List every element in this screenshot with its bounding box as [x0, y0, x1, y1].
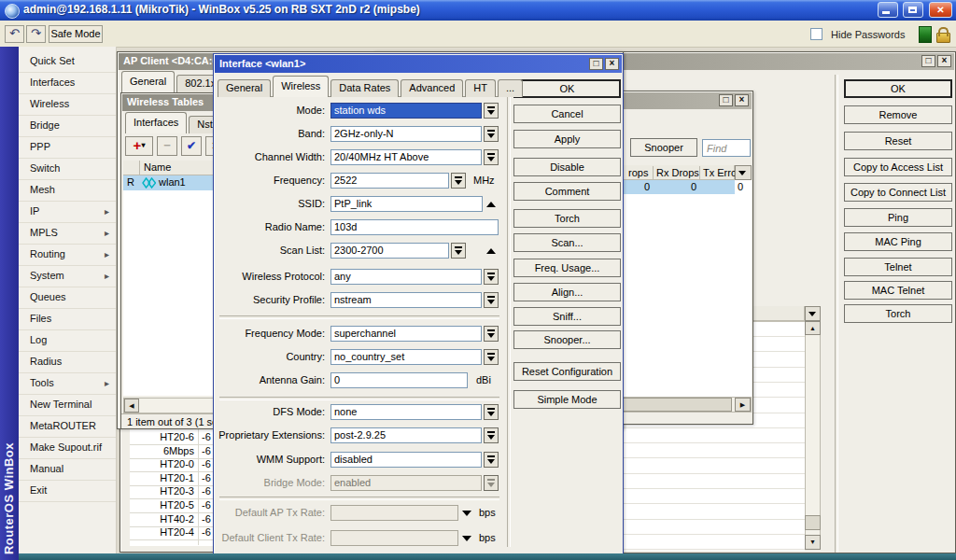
dropdown-button-icon[interactable] — [451, 243, 466, 259]
close-icon[interactable]: × — [735, 94, 749, 106]
dialog-tab-ht[interactable]: HT — [465, 79, 496, 97]
field-input-band[interactable]: 2GHz-only-N — [330, 126, 482, 142]
sidebar-item-files[interactable]: Files — [19, 309, 116, 330]
torch-button[interactable]: Torch — [513, 209, 621, 228]
dropdown-button-icon[interactable] — [484, 292, 499, 308]
field-input-security-profile[interactable]: nstream — [330, 292, 482, 308]
enable-button[interactable]: ✔ — [181, 136, 202, 156]
sniff-button[interactable]: Sniff... — [513, 307, 621, 326]
minimize-button[interactable] — [878, 2, 898, 18]
disable-button[interactable]: Disable — [513, 158, 621, 176]
snooper-column-tx-erro[interactable]: Tx Erro — [703, 167, 737, 178]
field-input-radio-name[interactable]: 103d — [330, 219, 499, 235]
flags-column-header[interactable] — [123, 161, 140, 175]
sidebar-item-new-terminal[interactable]: New Terminal — [19, 395, 116, 416]
field-input-wireless-protocol[interactable]: any — [330, 269, 482, 285]
sidebar-item-ppp[interactable]: PPP — [19, 137, 116, 159]
dropdown-button-icon[interactable] — [484, 126, 499, 142]
tab-interfaces[interactable]: Interfaces — [125, 112, 187, 133]
close-icon[interactable]: × — [937, 55, 951, 67]
field-input-scan-list[interactable]: 2300-2700 — [330, 243, 449, 259]
dropdown-button-icon[interactable] — [484, 349, 499, 365]
dropdown-button-icon[interactable] — [484, 149, 499, 165]
find-input[interactable] — [702, 139, 751, 157]
snooper-button[interactable]: Snooper — [630, 138, 697, 157]
sidebar-item-bridge[interactable]: Bridge — [19, 116, 116, 137]
sidebar-item-queues[interactable]: Queues — [19, 287, 116, 309]
sidebar-item-tools[interactable]: Tools▸ — [19, 373, 116, 395]
app-titlebar[interactable]: admin@192.168.1.11 (MikroTik) - WinBox v… — [0, 0, 956, 21]
dropdown-button-icon[interactable] — [484, 427, 499, 443]
field-input-country[interactable]: no_country_set — [330, 349, 482, 365]
field-input-antenna-gain[interactable]: 0 — [330, 372, 468, 388]
restore-icon[interactable]: □ — [921, 55, 935, 67]
sidebar-item-quick-set[interactable]: Quick Set — [19, 51, 116, 73]
apply-button[interactable]: Apply — [513, 130, 621, 148]
sidebar-item-switch[interactable]: Switch — [19, 159, 116, 180]
dialog-tab-[interactable]: ... — [498, 79, 523, 97]
maximize-button[interactable] — [903, 2, 923, 18]
remove-button[interactable]: Remove — [844, 105, 952, 124]
snooper-column-rx-drops[interactable]: Rx Drops — [656, 167, 699, 178]
dropdown-button-icon[interactable] — [451, 173, 466, 189]
up-arrow-icon[interactable] — [486, 202, 496, 207]
dialog-tab-advanced[interactable]: Advanced — [401, 79, 463, 97]
hide-passwords-checkbox[interactable] — [810, 28, 822, 40]
dropdown-button-icon[interactable] — [484, 103, 499, 119]
sidebar-item-make-supout-rif[interactable]: Make Supout.rif — [19, 438, 116, 459]
field-input-mode[interactable]: station wds — [330, 103, 482, 119]
telnet-button[interactable]: Telnet — [844, 258, 952, 276]
align-button[interactable]: Align... — [513, 283, 621, 301]
field-input-dfs-mode[interactable]: none — [330, 404, 482, 420]
dialog-tab-wireless[interactable]: Wireless — [273, 76, 329, 97]
dropdown-button-icon[interactable] — [484, 404, 499, 420]
sidebar-item-log[interactable]: Log — [19, 330, 116, 352]
sidebar-item-mpls[interactable]: MPLS▸ — [19, 223, 116, 245]
sidebar-item-system[interactable]: System▸ — [19, 266, 116, 287]
remove-button[interactable]: − — [157, 136, 177, 156]
simple-mode-button[interactable]: Simple Mode — [513, 390, 621, 409]
field-input-frequency-mode[interactable]: superchannel — [330, 326, 482, 342]
field-input-frequency[interactable]: 2522 — [330, 173, 449, 189]
dialog-tab-general[interactable]: General — [218, 79, 271, 97]
field-input-wmm-support[interactable]: disabled — [330, 452, 482, 468]
sidebar-item-wireless[interactable]: Wireless — [19, 94, 116, 116]
snooper-column-rops[interactable]: rops — [628, 167, 648, 178]
dropdown-button-icon[interactable] — [484, 326, 499, 342]
add-button[interactable]: +▾ — [125, 136, 153, 156]
up-arrow-icon[interactable] — [486, 248, 496, 254]
column-chooser-icon[interactable] — [805, 306, 821, 321]
cancel-button[interactable]: Cancel — [513, 105, 621, 123]
mac-telnet-button[interactable]: MAC Telnet — [844, 281, 952, 300]
comment-button[interactable]: Comment — [513, 182, 621, 201]
copy-to-connect-list-button[interactable]: Copy to Connect List — [844, 183, 952, 202]
sidebar-item-interfaces[interactable]: Interfaces — [19, 73, 116, 94]
ok-button[interactable]: OK — [844, 79, 952, 98]
mac-ping-button[interactable]: MAC Ping — [844, 232, 952, 251]
dropdown-button-icon[interactable] — [484, 269, 499, 285]
scroll-up-icon[interactable]: ▲ — [805, 321, 821, 335]
torch-button[interactable]: Torch — [844, 304, 952, 323]
scroll-left-icon[interactable]: ◀ — [124, 399, 139, 413]
scroll-down-icon[interactable]: ▼ — [805, 535, 821, 550]
copy-to-access-list-button[interactable]: Copy to Access List — [844, 158, 952, 176]
scan-button[interactable]: Scan... — [513, 233, 621, 252]
down-arrow-icon[interactable] — [462, 511, 471, 516]
scroll-thumb[interactable] — [805, 515, 821, 530]
freq-usage-button[interactable]: Freq. Usage... — [513, 259, 621, 277]
sidebar-item-manual[interactable]: Manual — [19, 459, 116, 481]
sidebar-item-radius[interactable]: Radius — [19, 352, 116, 373]
reset-configuration-button[interactable]: Reset Configuration — [513, 362, 621, 381]
sidebar-item-metarouter[interactable]: MetaROUTER — [19, 416, 116, 438]
redo-button[interactable]: ↷ — [26, 25, 46, 43]
snooper-button[interactable]: Snooper... — [513, 330, 621, 349]
field-input-ssid[interactable]: PtP_link — [330, 196, 483, 212]
maximize-icon[interactable]: □ — [719, 94, 733, 106]
dropdown-button-icon[interactable] — [484, 452, 499, 468]
reset-button[interactable]: Reset — [844, 132, 952, 150]
column-chooser-icon[interactable] — [735, 165, 752, 180]
sidebar-item-mesh[interactable]: Mesh — [19, 180, 116, 202]
ping-button[interactable]: Ping — [844, 208, 952, 227]
dialog-tab-data-rates[interactable]: Data Rates — [330, 79, 399, 97]
safe-mode-button[interactable]: Safe Mode — [49, 25, 103, 43]
